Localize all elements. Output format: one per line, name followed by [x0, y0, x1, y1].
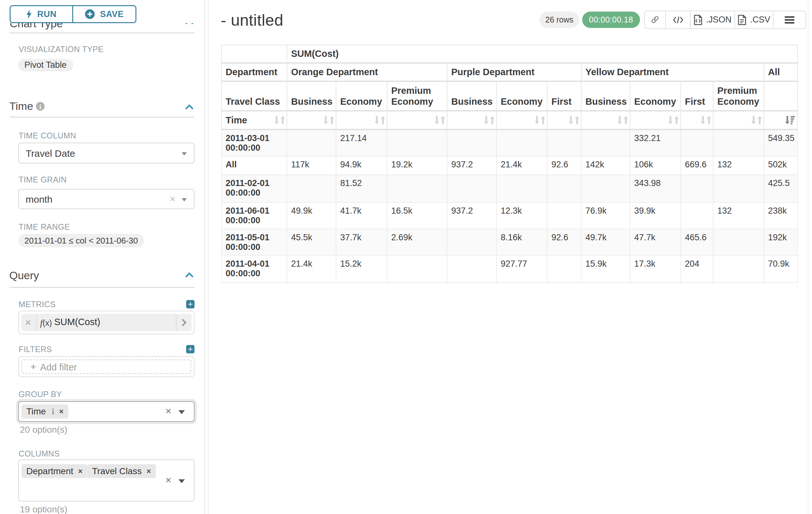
svg-text:i: i: [39, 103, 41, 110]
